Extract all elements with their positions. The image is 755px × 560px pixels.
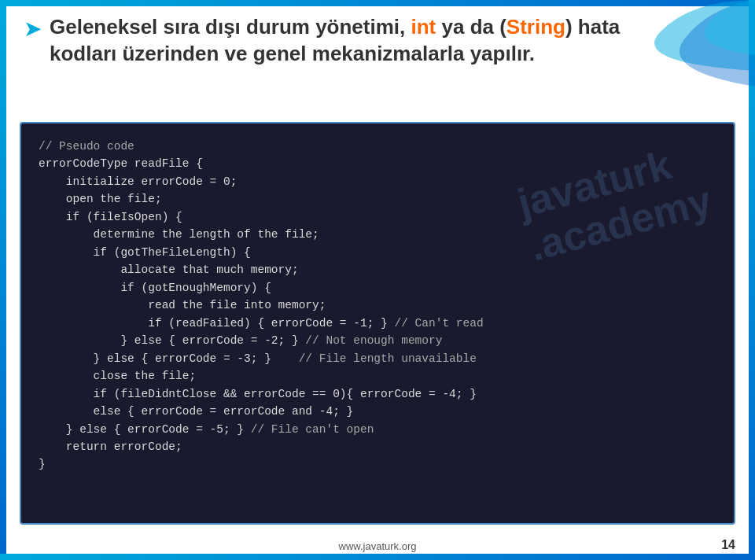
code-block: // Pseudo code errorCodeType readFile { … <box>20 122 735 525</box>
title-int-keyword: int <box>411 15 436 39</box>
header-section: ➤ Geleneksel sıra dışı durum yönetimi, i… <box>24 14 731 68</box>
code-content: // Pseudo code errorCodeType readFile { … <box>39 138 716 473</box>
title-string-keyword: String <box>506 15 565 39</box>
bullet-title: ➤ Geleneksel sıra dışı durum yönetimi, i… <box>24 14 731 68</box>
bottom-bar <box>0 554 755 560</box>
title-prefix: Geleneksel sıra dışı durum yönetimi, <box>50 15 411 39</box>
footer-url: www.javaturk.org <box>339 540 417 552</box>
left-accent <box>0 0 6 560</box>
footer: www.javaturk.org <box>0 540 755 552</box>
bullet-arrow-icon: ➤ <box>24 16 42 42</box>
title-middle: ya da ( <box>436 15 506 39</box>
page-number: 14 <box>721 538 735 552</box>
slide-container: ➤ Geleneksel sıra dışı durum yönetimi, i… <box>0 0 755 560</box>
slide-title: Geleneksel sıra dışı durum yönetimi, int… <box>50 14 620 68</box>
